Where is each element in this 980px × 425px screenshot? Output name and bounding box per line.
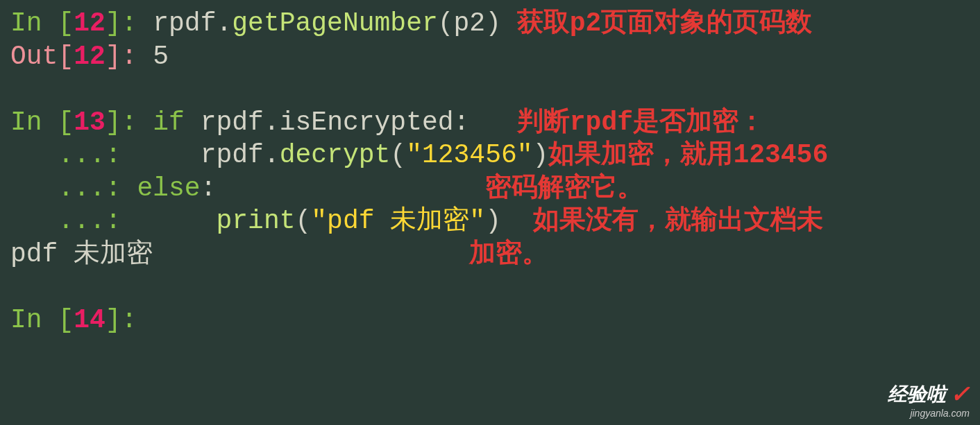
paren-close: ) [485,206,501,236]
output-line-13: pdf 未加密 加密。 [10,238,970,271]
paren-close: ) [533,140,549,170]
watermark-text: 经验啦 [888,382,946,406]
bracket: [ [58,42,74,71]
colon: : [454,107,470,137]
cell-number: 12 [74,8,105,38]
colon: : [201,173,217,203]
annotation-text: 如果没有，就输出文档未 [533,206,823,236]
annotation-text: 判断rpdf是否加密： [517,107,765,137]
in-prompt: In [10,305,58,335]
continuation-prompt: ...: [10,173,137,203]
dot: . [264,107,280,137]
keyword-else: else [137,173,200,203]
code-continuation: ...: rpdf.decrypt("123456")如果加密，就用123456 [10,139,970,172]
code-line-in-14: In [14]: [10,304,970,337]
watermark-logo: 经验啦 ✓ [888,379,970,409]
output-value: 5 [153,42,169,71]
keyword-if: if [153,107,185,137]
bracket: [ [58,305,74,335]
args: (p2) [438,8,501,38]
continuation-prompt: ...: [10,206,137,236]
property: isEncrypted [280,107,454,137]
dot: . [264,140,280,170]
function-name: decrypt [280,140,391,170]
code-object: rpdf [185,107,264,137]
annotation-text: 如果加密，就用123456 [548,140,828,170]
string-literal: "123456" [406,140,532,170]
bracket: ]: [105,305,137,335]
bracket: ]: [105,8,153,38]
bracket: ]: [105,107,153,137]
terminal-container[interactable]: { "cells": { "c12": { "in_label": "In ",… [0,0,980,425]
function-name: getPageNumber [232,8,437,38]
cell-number: 14 [74,305,105,335]
blank-line [10,270,970,304]
code-object: rpdf [153,8,216,38]
cell-number: 12 [74,42,105,71]
output-text: pdf 未加密 [10,239,153,269]
continuation-prompt: ...: [10,140,137,170]
code-line-in-12: In [12]: rpdf.getPageNumber(p2) 获取p2页面对象… [10,7,970,40]
check-icon: ✓ [950,379,970,409]
paren-open: ( [390,140,406,170]
annotation-text: 获取p2页面对象的页码数 [517,8,813,38]
code-continuation: ...: else: 密码解密它。 [10,172,970,205]
blank-line [10,73,970,106]
annotation-text: 密码解密它。 [485,173,643,203]
function-name: print [216,206,295,236]
output-line-12: Out[12]: 5 [10,40,970,73]
annotation-text: 加密。 [469,239,548,269]
indent [137,206,216,236]
code-continuation: ...: print("pdf 未加密") 如果没有，就输出文档未 [10,205,970,238]
cell-number: 13 [74,107,105,137]
paren-open: ( [296,206,312,236]
dot: . [216,8,232,38]
code-line-in-13: In [13]: if rpdf.isEncrypted: 判断rpdf是否加密… [10,106,970,139]
indent-code: rpdf [137,140,263,170]
watermark-url: jingyanla.com [888,408,970,420]
bracket: ]: [105,42,153,71]
in-prompt: In [10,8,58,38]
out-prompt: Out [10,42,58,71]
bracket: [ [58,8,74,38]
watermark: 经验啦 ✓ jingyanla.com [888,379,970,419]
bracket: [ [58,107,74,137]
in-prompt: In [10,107,58,137]
string-literal: "pdf 未加密" [311,206,485,236]
